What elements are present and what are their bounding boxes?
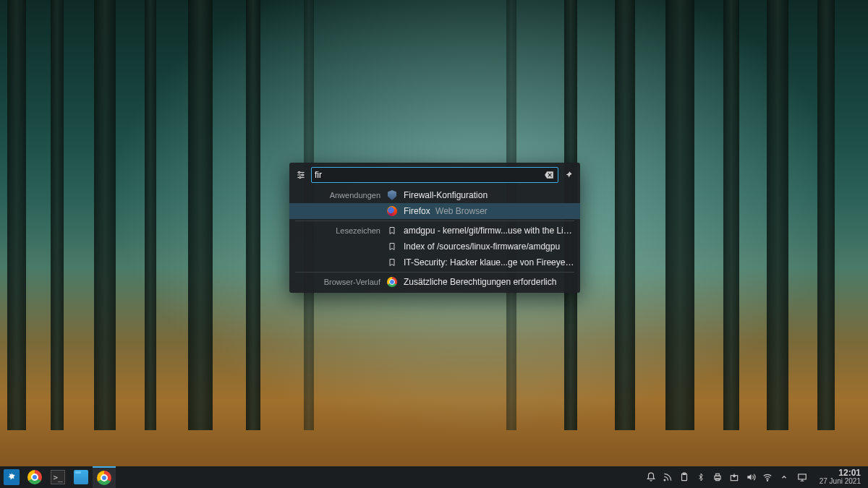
result-app-firefox[interactable]: Firefox Web Browser: [289, 203, 580, 219]
wallpaper-tree: [94, 0, 116, 430]
wallpaper-tree: [665, 0, 694, 430]
wallpaper-tree: [615, 0, 635, 430]
notifications-icon[interactable]: [646, 472, 656, 482]
separator: [295, 272, 574, 273]
clock-date: 27 Juni 2021: [820, 478, 861, 486]
kde-logo-icon: [4, 469, 20, 485]
result-app-firewall[interactable]: Anwendungen Firewall-Konfiguration: [289, 187, 580, 203]
result-label: Firewall-Konfiguration: [404, 190, 488, 200]
rss-icon[interactable]: [663, 472, 673, 482]
folder-icon: [74, 470, 88, 484]
result-bookmark-amdgpu[interactable]: Lesezeichen amdgpu - kernel/git/firmw...…: [289, 223, 580, 239]
printer-icon[interactable]: [712, 472, 723, 482]
pin-icon[interactable]: [563, 169, 574, 181]
result-bookmark-index[interactable]: Index of /sources/linux-firmware/amdgpu: [289, 239, 580, 254]
bookmark-icon: [386, 257, 398, 268]
separator: [295, 221, 574, 221]
shield-icon: [386, 189, 398, 201]
svg-rect-10: [715, 474, 719, 476]
task-chrome[interactable]: [23, 466, 46, 488]
system-tray: 12:01 27 Juni 2021: [646, 466, 868, 488]
bookmark-icon: [386, 241, 398, 252]
result-bookmark-golem[interactable]: IT-Security: Hacker klaue...ge von Firee…: [289, 254, 580, 270]
volume-icon[interactable]: [746, 472, 756, 482]
chrome-icon: [97, 471, 111, 485]
result-title: Firefox: [404, 206, 430, 216]
category-label: Anwendungen: [295, 191, 380, 200]
wallpaper-tree: [145, 0, 156, 430]
task-terminal[interactable]: >_: [46, 466, 69, 488]
taskbar-left: >_: [0, 466, 116, 488]
updates-icon[interactable]: [729, 472, 739, 482]
krunner-window: Anwendungen Firewall-Konfiguration Firef…: [289, 163, 580, 293]
bluetooth-icon[interactable]: [696, 472, 706, 482]
tray-expand-icon[interactable]: [779, 472, 789, 482]
task-chrome-active[interactable]: [93, 466, 116, 488]
result-label: amdgpu - kernel/git/firmw...use with the…: [404, 226, 574, 236]
category-label: Lesezeichen: [295, 226, 380, 235]
result-label: Zusätzliche Berechtigungen erforderlich: [404, 277, 556, 287]
result-history-permissions[interactable]: Browser-Verlauf Zusätzliche Berechtigung…: [289, 274, 580, 290]
wallpaper-tree: [51, 0, 64, 430]
wallpaper-tree: [723, 0, 739, 430]
wallpaper-tree: [767, 0, 788, 430]
chrome-icon: [386, 276, 398, 288]
wallpaper-tree: [188, 0, 213, 430]
result-label: IT-Security: Hacker klaue...ge von Firee…: [404, 257, 574, 267]
firefox-icon: [386, 205, 398, 217]
svg-point-13: [767, 480, 767, 481]
krunner-search-input[interactable]: [315, 170, 543, 180]
krunner-input-wrap[interactable]: [311, 167, 558, 183]
clear-input-icon[interactable]: [543, 169, 555, 181]
krunner-header: [289, 163, 580, 187]
krunner-results: Anwendungen Firewall-Konfiguration Firef…: [289, 187, 580, 290]
svg-point-3: [299, 171, 300, 173]
clipboard-icon[interactable]: [679, 472, 689, 482]
svg-point-6: [664, 479, 665, 481]
show-desktop-icon[interactable]: [796, 472, 809, 482]
task-files[interactable]: [69, 466, 93, 488]
svg-rect-14: [798, 474, 806, 479]
wallpaper-tree: [817, 0, 835, 430]
taskbar-panel: >_: [0, 466, 868, 488]
svg-point-5: [299, 176, 301, 178]
app-launcher-button[interactable]: [0, 466, 23, 488]
result-label: Index of /sources/linux-firmware/amdgpu: [404, 241, 560, 252]
category-label: Browser-Verlauf: [295, 278, 380, 286]
terminal-icon: >_: [51, 470, 65, 484]
chrome-icon: [27, 470, 42, 484]
wallpaper-tree: [246, 0, 260, 430]
result-subtitle: Web Browser: [435, 206, 488, 216]
wifi-icon[interactable]: [762, 472, 773, 482]
wallpaper-tree: [7, 0, 26, 430]
bookmark-icon: [386, 225, 398, 236]
clock[interactable]: 12:01 27 Juni 2021: [815, 468, 862, 485]
result-label: Firefox Web Browser: [404, 206, 488, 216]
krunner-settings-icon[interactable]: [295, 169, 307, 181]
svg-point-4: [302, 174, 303, 176]
